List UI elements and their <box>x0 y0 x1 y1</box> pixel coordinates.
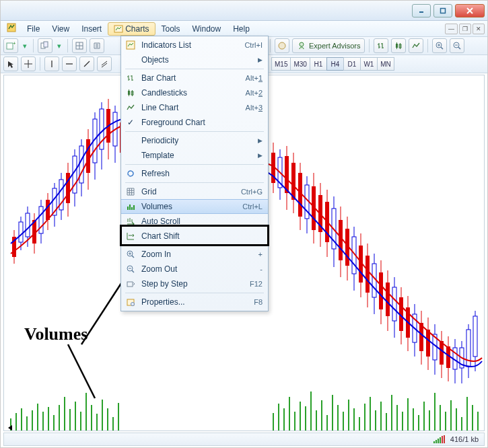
svg-rect-110 <box>66 173 70 203</box>
hline-tool[interactable] <box>62 57 77 71</box>
app-icon <box>6 22 18 35</box>
menu-item-line-chart[interactable]: Line ChartAlt+3 <box>121 100 268 115</box>
period-d1[interactable]: D1 <box>343 57 361 71</box>
zoom-in-icon <box>125 249 136 260</box>
svg-rect-164 <box>392 287 396 321</box>
menu-separator <box>125 164 264 165</box>
charts-dropdown-menu: Indicators ListCtrl+I Objects▶ Bar Chart… <box>120 36 269 311</box>
period-m15[interactable]: M15 <box>271 57 291 71</box>
profiles-button[interactable] <box>38 38 53 53</box>
menu-separator <box>125 293 264 293</box>
period-mn[interactable]: MN <box>377 57 394 71</box>
svg-rect-7 <box>44 42 48 47</box>
mdi-close-button[interactable]: ✕ <box>473 24 485 34</box>
shift-icon <box>125 231 136 241</box>
submenu-arrow-icon: ▶ <box>258 137 263 144</box>
zoom-out-tool[interactable] <box>450 38 464 53</box>
line-chart-tool[interactable] <box>409 38 423 53</box>
cursor-tool[interactable] <box>3 57 18 71</box>
svg-rect-208 <box>127 282 133 287</box>
period-h4[interactable]: H4 <box>326 57 344 71</box>
period-buttons: M15 M30 H1 H4 D1 W1 MN <box>272 57 394 71</box>
refresh-icon <box>125 168 136 179</box>
svg-rect-188 <box>473 316 477 357</box>
annotation-volumes-label: Volumes <box>24 324 88 344</box>
menu-separator <box>125 245 264 246</box>
menu-item-grid[interactable]: GridCtrl+G <box>121 184 268 199</box>
svg-line-24 <box>458 47 460 49</box>
menu-item-step-by-step[interactable]: Step by StepF12 <box>121 276 268 291</box>
menu-item-objects[interactable]: Objects▶ <box>121 52 268 67</box>
menu-separator <box>125 131 264 132</box>
autoscroll-icon <box>125 216 136 227</box>
svg-rect-4 <box>7 43 13 49</box>
period-m30[interactable]: M30 <box>290 57 310 71</box>
menu-item-indicators-list[interactable]: Indicators ListCtrl+I <box>121 38 268 52</box>
menu-window[interactable]: Window <box>186 22 228 36</box>
menu-item-zoom-in[interactable]: Zoom In+ <box>121 247 268 262</box>
menu-item-volumes[interactable]: VolumesCtrl+L <box>121 199 268 214</box>
candle-icon <box>125 87 136 98</box>
menu-item-properties[interactable]: Properties...F8 <box>121 295 268 309</box>
svg-line-189 <box>68 344 95 398</box>
channel-tool[interactable] <box>97 57 112 71</box>
menu-insert[interactable]: Insert <box>75 22 108 36</box>
svg-rect-96 <box>19 222 23 242</box>
indicators-icon <box>125 40 136 50</box>
properties-icon <box>125 297 136 307</box>
period-w1[interactable]: W1 <box>360 57 378 71</box>
svg-rect-1 <box>441 8 446 13</box>
menu-item-template[interactable]: Template▶ <box>121 148 268 163</box>
period-h1[interactable]: H1 <box>310 57 327 71</box>
svg-rect-114 <box>79 146 83 183</box>
mdi-minimize-button[interactable]: — <box>445 24 458 34</box>
menu-file[interactable]: File <box>21 22 46 36</box>
crosshair-tool[interactable] <box>21 57 36 71</box>
zoom-out-icon <box>125 264 136 274</box>
svg-line-31 <box>102 61 107 65</box>
menu-item-bar-chart[interactable]: Bar ChartAlt+1 <box>121 71 268 85</box>
volumes-icon <box>125 201 136 212</box>
status-bar: 416/1 kb <box>3 433 485 446</box>
expert-advisors-button[interactable]: Expert Advisors <box>292 38 365 53</box>
menu-item-periodicity[interactable]: Periodicity▶ <box>121 133 268 148</box>
connection-bars-icon <box>433 435 445 443</box>
expert-advisors-icon <box>297 41 306 50</box>
vline-tool[interactable] <box>44 57 59 71</box>
menu-item-auto-scroll[interactable]: Auto Scroll <box>121 214 268 229</box>
maximize-button[interactable] <box>433 4 452 17</box>
menu-item-candlesticks[interactable]: CandlesticksAlt+2 <box>121 85 268 100</box>
dropdown-arrow-icon[interactable]: ▾ <box>55 38 63 53</box>
mdi-restore-button[interactable]: ❐ <box>459 24 471 34</box>
menu-separator <box>125 182 264 183</box>
svg-rect-156 <box>365 256 370 293</box>
zoom-in-tool[interactable] <box>432 38 447 53</box>
navigator-button[interactable] <box>90 38 104 53</box>
metaquotes-button[interactable] <box>275 38 289 53</box>
menu-item-foreground-chart[interactable]: ✓Foreground Chart <box>121 115 268 130</box>
menu-charts[interactable]: Charts <box>108 22 155 36</box>
minimize-button[interactable] <box>412 4 431 17</box>
svg-rect-162 <box>386 283 390 316</box>
trendline-tool[interactable] <box>79 57 94 71</box>
new-chart-button[interactable]: + <box>3 38 18 53</box>
submenu-arrow-icon: ▶ <box>258 57 263 63</box>
menu-item-refresh[interactable]: Refresh <box>121 166 268 181</box>
svg-rect-148 <box>339 220 343 260</box>
status-kb: 416/1 kb <box>450 435 479 443</box>
svg-line-20 <box>441 47 443 49</box>
svg-line-30 <box>84 61 90 67</box>
close-button[interactable] <box>455 4 485 17</box>
svg-rect-191 <box>127 41 135 49</box>
menu-item-chart-shift[interactable]: Chart Shift <box>121 229 268 244</box>
menu-help[interactable]: Help <box>227 22 256 36</box>
dropdown-arrow-icon[interactable]: ▾ <box>21 38 29 53</box>
menu-view[interactable]: View <box>46 22 75 36</box>
svg-rect-98 <box>26 213 30 237</box>
market-watch-button[interactable] <box>72 38 87 53</box>
candle-tool[interactable] <box>391 38 406 53</box>
bar-chart-tool[interactable] <box>374 38 388 53</box>
menu-tools[interactable]: Tools <box>155 22 186 36</box>
menu-item-zoom-out[interactable]: Zoom Out- <box>121 262 268 276</box>
svg-rect-116 <box>86 139 90 173</box>
